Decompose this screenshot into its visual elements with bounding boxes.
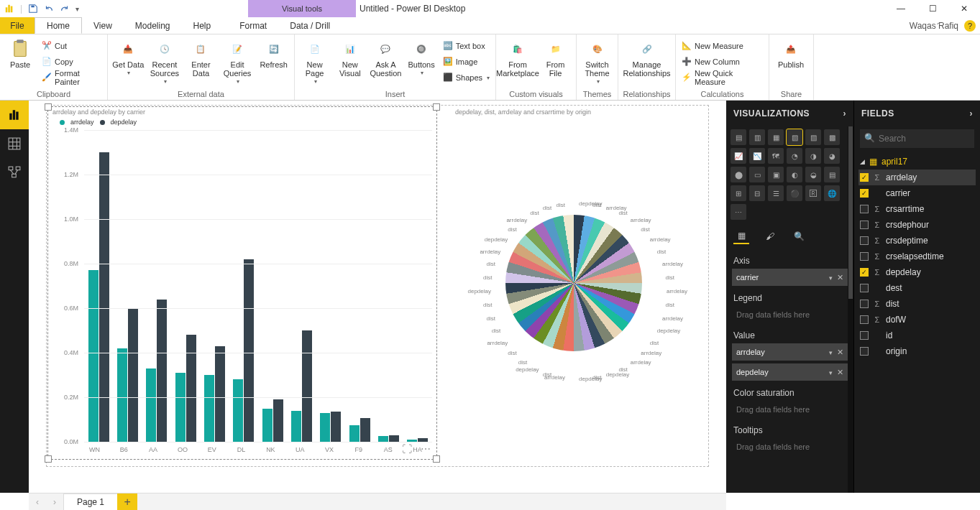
- field-checkbox[interactable]: [860, 300, 869, 308]
- save-icon[interactable]: [28, 4, 38, 14]
- viz-type-icon[interactable]: 📉: [749, 148, 765, 164]
- from-marketplace-button[interactable]: 🛍️From Marketplace: [500, 39, 535, 78]
- report-page[interactable]: arrdelay and depdelay by carrier arrdela…: [46, 105, 709, 467]
- viz-type-icon[interactable]: 📈: [731, 148, 746, 164]
- tooltips-dropzone[interactable]: Drag data fields here: [732, 438, 848, 455]
- bar-arrdelay[interactable]: [175, 373, 186, 442]
- ask-question-button[interactable]: 💬Ask A Question: [370, 39, 401, 78]
- viz-type-icon[interactable]: ◐: [787, 167, 802, 182]
- signed-in-user[interactable]: Waqas Rafiq: [910, 17, 958, 34]
- publish-button[interactable]: 📤Publish: [774, 39, 808, 69]
- refresh-button[interactable]: 🔄Refresh: [257, 39, 290, 69]
- bar-arrdelay[interactable]: [320, 413, 330, 442]
- viz-type-icon[interactable]: ▧: [787, 129, 802, 145]
- field-dest[interactable]: dest: [858, 280, 976, 296]
- viz-type-icon[interactable]: ◔: [787, 148, 802, 164]
- bar-depdelay[interactable]: [331, 412, 341, 442]
- new-column-button[interactable]: ➕New Column: [680, 55, 764, 69]
- viz-type-icon[interactable]: ▩: [824, 129, 840, 145]
- viz-type-icon[interactable]: ◕: [824, 148, 840, 164]
- table-april17[interactable]: ◢ ▦ april17: [858, 154, 976, 170]
- shapes-button[interactable]: ⬛Shapes: [441, 70, 491, 85]
- field-crselapsedtime[interactable]: Σcrselapsedtime: [858, 249, 976, 264]
- tab-help[interactable]: Help: [182, 17, 223, 34]
- bar-arrdelay[interactable]: [378, 436, 388, 442]
- bar-arrdelay[interactable]: [291, 411, 301, 442]
- bar-depdelay[interactable]: [302, 330, 312, 442]
- help-icon[interactable]: ?: [964, 20, 976, 32]
- viz-type-icon[interactable]: ⚫: [787, 185, 802, 201]
- close-button[interactable]: ✕: [948, 0, 980, 17]
- more-options-icon[interactable]: ⋯: [421, 443, 431, 455]
- edit-queries-button[interactable]: 📝Edit Queries: [221, 39, 254, 85]
- cut-button[interactable]: ✂️Cut: [40, 39, 103, 53]
- bar-arrdelay[interactable]: [117, 348, 127, 442]
- bar-depdelay[interactable]: [186, 335, 196, 442]
- report-view-button[interactable]: [0, 101, 29, 129]
- field-checkbox[interactable]: [860, 252, 869, 261]
- viz-type-icon[interactable]: 🌐: [824, 185, 840, 201]
- field-depdelay[interactable]: ✓Σdepdelay: [858, 264, 976, 280]
- get-data-button[interactable]: 📥Get Data: [112, 39, 145, 77]
- tab-home[interactable]: Home: [35, 17, 82, 34]
- qa-customize-icon[interactable]: ▾: [75, 5, 79, 13]
- viz-type-icon[interactable]: ⊟: [749, 185, 765, 201]
- bar-chart-visual[interactable]: arrdelay and depdelay by carrier arrdela…: [48, 107, 436, 459]
- field-id[interactable]: id: [858, 328, 976, 343]
- text-box-button[interactable]: 🔤Text box: [441, 39, 491, 53]
- model-view-button[interactable]: [0, 158, 29, 187]
- bar-arrdelay[interactable]: [204, 375, 214, 442]
- viz-type-icon[interactable]: ◑: [805, 148, 821, 164]
- prev-page-button[interactable]: ‹: [29, 493, 46, 511]
- tab-modeling[interactable]: Modeling: [124, 17, 182, 34]
- tab-format[interactable]: Format: [228, 17, 278, 34]
- resize-handle[interactable]: [433, 103, 440, 111]
- field-checkbox[interactable]: [860, 221, 869, 229]
- field-arrdelay[interactable]: ✓Σarrdelay: [858, 170, 976, 185]
- viz-type-icon[interactable]: ⬤: [731, 167, 746, 182]
- fields-search-input[interactable]: [860, 129, 974, 148]
- focus-mode-icon[interactable]: ⛶: [402, 443, 412, 455]
- field-checkbox[interactable]: [860, 205, 869, 213]
- pie-chart-visual[interactable]: depdelay, dist, arrdelay and crsarrtime …: [441, 107, 707, 459]
- field-checkbox[interactable]: [860, 347, 869, 356]
- new-measure-button[interactable]: 📐New Measure: [680, 39, 764, 53]
- new-visual-button[interactable]: 📊New Visual: [334, 39, 365, 78]
- resize-handle[interactable]: [45, 455, 52, 463]
- minimize-button[interactable]: ―: [885, 0, 917, 17]
- viz-type-icon[interactable]: ▣: [768, 167, 784, 182]
- viz-type-icon[interactable]: ▤: [731, 129, 746, 145]
- field-origin[interactable]: origin: [858, 343, 976, 359]
- field-checkbox[interactable]: ✓: [860, 173, 869, 182]
- viz-type-icon[interactable]: 🗺: [768, 148, 784, 164]
- buttons-button[interactable]: 🔘Buttons: [406, 39, 436, 77]
- format-painter-button[interactable]: 🖌️Format Painter: [40, 70, 103, 85]
- image-button[interactable]: 🖼️Image: [441, 55, 491, 69]
- next-page-button[interactable]: ›: [46, 493, 63, 511]
- bar-arrdelay[interactable]: [349, 425, 360, 442]
- bar-depdelay[interactable]: [360, 418, 370, 442]
- from-file-button[interactable]: 📁From File: [539, 39, 572, 78]
- field-checkbox[interactable]: ✓: [860, 189, 869, 198]
- remove-field-icon[interactable]: ✕: [837, 368, 843, 376]
- analytics-well-tab[interactable]: 🔍: [791, 228, 807, 244]
- viz-type-icon[interactable]: ▦: [768, 129, 784, 145]
- switch-theme-button[interactable]: 🎨Switch Theme: [581, 39, 613, 85]
- field-dist[interactable]: Σdist: [858, 296, 976, 312]
- legend-dropzone[interactable]: Drag data fields here: [732, 306, 848, 323]
- bar-depdelay[interactable]: [389, 435, 399, 442]
- bar-arrdelay[interactable]: [146, 368, 156, 442]
- bar-depdelay[interactable]: [157, 300, 167, 442]
- bar-depdelay[interactable]: [99, 152, 109, 442]
- bar-arrdelay[interactable]: [262, 409, 273, 442]
- redo-icon[interactable]: [60, 4, 70, 14]
- color-sat-dropzone[interactable]: Drag data fields here: [732, 401, 848, 418]
- data-view-button[interactable]: [0, 129, 29, 158]
- tab-view[interactable]: View: [82, 17, 124, 34]
- field-checkbox[interactable]: [860, 331, 869, 340]
- new-quick-measure-button[interactable]: ⚡New Quick Measure: [680, 70, 764, 85]
- collapse-viz-pane-icon[interactable]: ›: [843, 108, 847, 119]
- viz-pane-scrollbar[interactable]: [848, 126, 853, 493]
- field-crsarrtime[interactable]: Σcrsarrtime: [858, 201, 976, 217]
- tab-data-drill[interactable]: Data / Drill: [278, 17, 342, 34]
